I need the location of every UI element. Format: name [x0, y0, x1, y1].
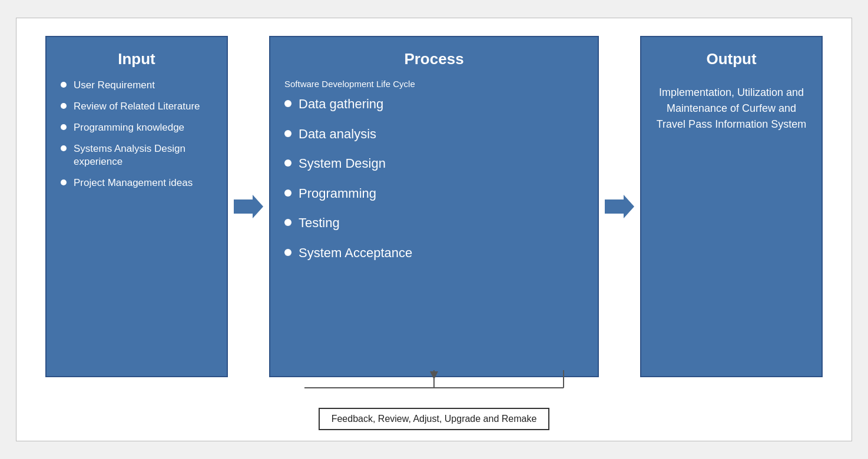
list-item: Data gathering [284, 96, 412, 113]
bullet-dot [284, 249, 291, 256]
process-item-1: Data gathering [299, 96, 383, 113]
bullet-dot [284, 159, 291, 167]
bullet-dot [284, 130, 291, 137]
list-item: Programming knowledge [61, 121, 213, 134]
bullet-dot [61, 82, 67, 88]
bullet-dot [284, 189, 291, 197]
input-box: Input User Requirement Review of Related… [45, 36, 228, 377]
input-item-2: Review of Related Literature [74, 100, 200, 113]
process-item-6: System Acceptance [299, 245, 412, 262]
input-list: User Requirement Review of Related Liter… [61, 79, 213, 198]
output-box: Output Implementation, Utilization and M… [640, 36, 823, 377]
process-item-3: System Design [299, 155, 386, 172]
main-row: Input User Requirement Review of Related… [34, 36, 834, 377]
process-title: Process [284, 50, 584, 68]
list-item: System Design [284, 155, 412, 172]
bullet-dot [284, 100, 291, 107]
output-text: Implementation, Utilization and Maintena… [655, 85, 807, 132]
process-item-2: Data analysis [299, 126, 376, 143]
feedback-arrow-svg [204, 370, 664, 405]
input-item-1: User Requirement [74, 79, 155, 92]
svg-marker-0 [234, 195, 263, 218]
arrow-icon [605, 195, 634, 218]
bullet-dot [61, 179, 67, 185]
arrow-icon [234, 195, 263, 218]
list-item: Data analysis [284, 126, 412, 143]
list-item: Systems Analysis Design experience [61, 142, 213, 168]
feedback-box: Feedback, Review, Adjust, Upgrade and Re… [319, 408, 550, 430]
sdlc-label: Software Development Life Cycle [284, 79, 415, 89]
bullet-dot [61, 124, 67, 130]
list-item: Review of Related Literature [61, 100, 213, 113]
diagram-wrapper: Input User Requirement Review of Related… [16, 18, 852, 441]
list-item: System Acceptance [284, 245, 412, 262]
bullet-dot [61, 145, 67, 151]
feedback-label: Feedback, Review, Adjust, Upgrade and Re… [332, 414, 537, 424]
process-box: Process Software Development Life Cycle … [269, 36, 599, 377]
list-item: User Requirement [61, 79, 213, 92]
bullet-dot [61, 103, 67, 109]
input-item-5: Project Management ideas [74, 177, 193, 189]
bullet-dot [284, 219, 291, 226]
list-item: Project Management ideas [61, 177, 213, 189]
list-item: Testing [284, 215, 412, 232]
output-title: Output [655, 50, 807, 68]
process-item-5: Testing [299, 215, 340, 232]
feedback-section: Feedback, Review, Adjust, Upgrade and Re… [169, 370, 699, 430]
list-item: Programming [284, 185, 412, 202]
svg-marker-1 [605, 195, 634, 218]
arrow-process-to-output [599, 195, 640, 218]
svg-marker-6 [430, 371, 438, 380]
input-item-4: Systems Analysis Design experience [74, 142, 213, 168]
process-item-4: Programming [299, 185, 376, 202]
input-item-3: Programming knowledge [74, 121, 184, 134]
input-title: Input [61, 50, 213, 68]
arrow-input-to-process [228, 195, 269, 218]
process-list: Data gathering Data analysis System Desi… [284, 96, 412, 275]
